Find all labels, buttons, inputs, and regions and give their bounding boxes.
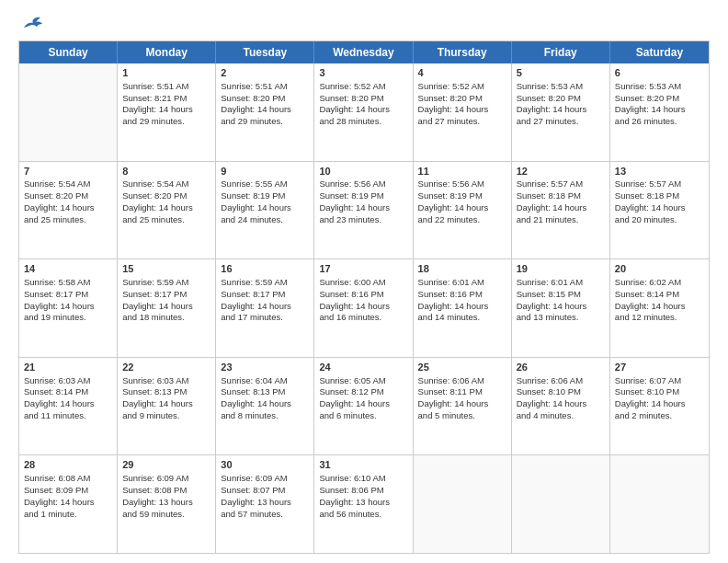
day-info: and 25 minutes. [122,214,210,226]
day-info: Sunset: 8:19 PM [221,190,309,202]
day-info: Sunrise: 6:00 AM [319,277,407,289]
day-number: 3 [319,66,407,80]
day-info: Sunset: 8:09 PM [24,485,112,497]
day-info: Sunset: 8:08 PM [122,485,210,497]
day-info: Sunset: 8:11 PM [418,386,506,398]
day-info: Sunrise: 5:59 AM [122,277,210,289]
calendar: SundayMondayTuesdayWednesdayThursdayFrid… [18,40,710,554]
day-info: and 56 minutes. [319,509,407,521]
day-info: Sunset: 8:16 PM [418,289,506,301]
day-info: Sunset: 8:10 PM [615,386,704,398]
day-number: 26 [517,361,605,374]
header [18,15,710,31]
table-row: 28Sunrise: 6:08 AMSunset: 8:09 PMDayligh… [19,455,118,553]
day-info: Sunrise: 6:01 AM [418,277,506,289]
cal-header-day: Sunday [19,41,118,63]
day-info: Sunrise: 5:57 AM [615,178,704,190]
table-row: 17Sunrise: 6:00 AMSunset: 8:16 PMDayligh… [314,259,413,357]
day-info: Sunrise: 5:56 AM [418,178,506,190]
day-number: 18 [418,262,506,276]
day-number: 13 [615,165,704,178]
day-number: 11 [418,165,506,178]
day-number: 21 [24,361,112,374]
table-row: 27Sunrise: 6:07 AMSunset: 8:10 PMDayligh… [610,358,709,455]
day-info: Sunset: 8:10 PM [517,386,605,398]
day-info: Sunrise: 6:09 AM [221,473,309,485]
table-row: 22Sunrise: 6:03 AMSunset: 8:13 PMDayligh… [118,358,216,455]
day-info: Sunset: 8:15 PM [517,289,605,301]
day-info: and 27 minutes. [418,116,506,128]
day-info: Sunrise: 5:54 AM [122,178,210,190]
day-number: 29 [122,458,210,472]
day-info: and 13 minutes. [517,312,605,324]
day-info: Sunrise: 6:02 AM [615,277,704,289]
day-info: Daylight: 14 hours [122,104,210,116]
day-info: Daylight: 14 hours [418,104,506,116]
day-info: Sunset: 8:13 PM [221,386,309,398]
day-number: 12 [517,165,605,178]
day-info: and 20 minutes. [615,214,704,226]
day-number: 15 [122,262,210,276]
table-row: 2Sunrise: 5:51 AMSunset: 8:20 PMDaylight… [216,63,314,161]
day-info: Daylight: 14 hours [221,202,309,214]
day-number: 23 [221,361,309,374]
day-info: Sunset: 8:20 PM [319,93,407,105]
day-number: 31 [319,458,407,472]
table-row: 9Sunrise: 5:55 AMSunset: 8:19 PMDaylight… [216,162,314,259]
day-info: Sunrise: 5:53 AM [517,81,605,93]
cal-header-day: Saturday [610,41,709,63]
table-row: 10Sunrise: 5:56 AMSunset: 8:19 PMDayligh… [314,162,413,259]
table-row: 5Sunrise: 5:53 AMSunset: 8:20 PMDaylight… [512,63,610,161]
day-info: and 28 minutes. [319,116,407,128]
day-info: Sunset: 8:20 PM [122,190,210,202]
day-info: Daylight: 14 hours [122,202,210,214]
calendar-row: 14Sunrise: 5:58 AMSunset: 8:17 PMDayligh… [19,259,709,358]
table-row: 31Sunrise: 6:10 AMSunset: 8:06 PMDayligh… [314,455,413,553]
day-info: and 14 minutes. [418,312,506,324]
day-info: Sunrise: 6:06 AM [517,375,605,387]
table-row [610,455,709,553]
day-number: 19 [517,262,605,276]
day-info: Daylight: 14 hours [517,104,605,116]
day-number: 27 [615,361,704,374]
day-info: and 57 minutes. [221,509,309,521]
day-info: Sunset: 8:07 PM [221,485,309,497]
calendar-row: 7Sunrise: 5:54 AMSunset: 8:20 PMDaylight… [19,162,709,260]
table-row [512,455,610,553]
cal-header-day: Tuesday [216,41,314,63]
day-info: Sunset: 8:13 PM [122,386,210,398]
day-info: Daylight: 13 hours [221,497,309,509]
table-row: 4Sunrise: 5:52 AMSunset: 8:20 PMDaylight… [414,63,512,161]
day-info: Daylight: 14 hours [615,104,704,116]
day-info: Sunset: 8:20 PM [517,93,605,105]
day-info: Daylight: 14 hours [517,301,605,313]
table-row: 1Sunrise: 5:51 AMSunset: 8:21 PMDaylight… [118,63,216,161]
day-info: Sunrise: 6:04 AM [221,375,309,387]
day-info: Sunrise: 5:51 AM [122,81,210,93]
day-info: Sunrise: 5:59 AM [221,277,309,289]
day-info: Sunset: 8:06 PM [319,485,407,497]
day-info: Sunset: 8:14 PM [615,289,704,301]
calendar-row: 1Sunrise: 5:51 AMSunset: 8:21 PMDaylight… [19,63,709,162]
day-info: Sunset: 8:17 PM [221,289,309,301]
day-info: Daylight: 14 hours [221,398,309,410]
day-info: Sunrise: 5:52 AM [319,81,407,93]
day-info: Daylight: 14 hours [319,301,407,313]
day-info: Sunrise: 5:52 AM [418,81,506,93]
day-number: 2 [221,66,309,80]
day-number: 25 [418,361,506,374]
logo [18,15,44,31]
day-info: Sunset: 8:17 PM [24,289,112,301]
page: SundayMondayTuesdayWednesdayThursdayFrid… [0,0,728,563]
day-info: and 17 minutes. [221,312,309,324]
day-info: Sunset: 8:12 PM [319,386,407,398]
day-info: Daylight: 14 hours [122,398,210,410]
day-info: Sunrise: 5:53 AM [615,81,704,93]
day-info: and 24 minutes. [221,214,309,226]
day-info: Sunrise: 6:03 AM [122,375,210,387]
day-info: and 29 minutes. [221,116,309,128]
table-row: 18Sunrise: 6:01 AMSunset: 8:16 PMDayligh… [414,259,512,357]
table-row: 7Sunrise: 5:54 AMSunset: 8:20 PMDaylight… [19,162,118,259]
table-row: 20Sunrise: 6:02 AMSunset: 8:14 PMDayligh… [610,259,709,357]
day-info: Sunrise: 6:08 AM [24,473,112,485]
